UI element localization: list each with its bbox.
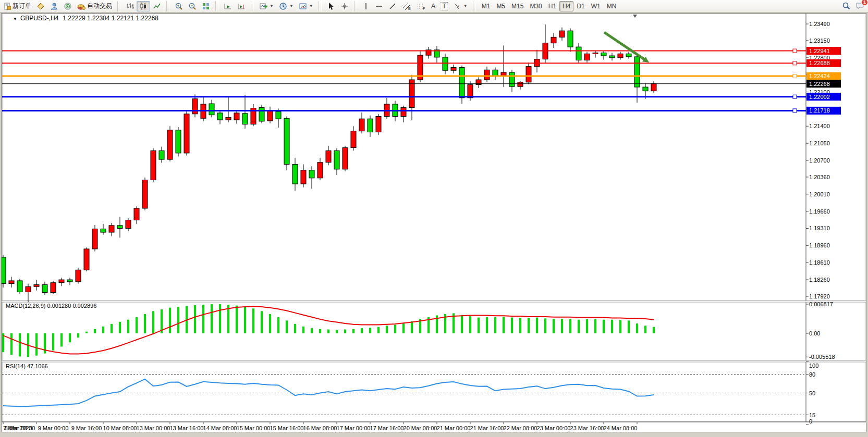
candle-body[interactable]: [618, 54, 623, 58]
candle-body[interactable]: [126, 220, 131, 229]
cursor-button[interactable]: [324, 1, 338, 11]
candle-body[interactable]: [84, 249, 89, 270]
trendline-tool[interactable]: [386, 1, 399, 11]
candle-body[interactable]: [101, 229, 106, 232]
line-chart-type-button[interactable]: [150, 1, 164, 11]
line-handle[interactable]: [793, 74, 797, 78]
candle-body[interactable]: [601, 53, 606, 56]
candle-body[interactable]: [468, 84, 473, 97]
candle-body[interactable]: [92, 229, 97, 248]
candle-body[interactable]: [509, 72, 515, 86]
candle-body[interactable]: [484, 70, 490, 80]
fibonacci-tool[interactable]: F: [414, 1, 429, 11]
templates-dropdown-caret[interactable]: ▼: [309, 4, 313, 8]
vertical-line-tool[interactable]: [360, 1, 372, 11]
candle-body[interactable]: [292, 164, 298, 184]
candle-body[interactable]: [317, 163, 323, 178]
candle-body[interactable]: [626, 54, 631, 57]
candle-body[interactable]: [9, 281, 14, 284]
indicators-button[interactable]: ▼: [256, 1, 276, 11]
candle-body[interactable]: [568, 31, 573, 47]
signals-icon[interactable]: [61, 1, 75, 11]
candle-body[interactable]: [217, 113, 223, 120]
crosshair-button[interactable]: [338, 1, 351, 11]
candle-body[interactable]: [34, 284, 39, 286]
horizontal-line-tool[interactable]: [372, 1, 386, 11]
chart-svg[interactable]: 1.234901.231501.228001.224501.221001.217…: [2, 14, 866, 432]
candlestick-chart-type-button[interactable]: [137, 1, 150, 11]
candle-body[interactable]: [551, 37, 556, 43]
candle-body[interactable]: [451, 68, 456, 71]
candle-body[interactable]: [643, 87, 648, 91]
candle-body[interactable]: [401, 108, 406, 117]
timeframe-m1-button[interactable]: M1: [479, 1, 494, 11]
candle-body[interactable]: [151, 151, 156, 180]
candle-body[interactable]: [634, 57, 640, 87]
equidistant-channel-tool[interactable]: E: [399, 1, 414, 11]
candle-body[interactable]: [267, 110, 273, 121]
notifications-icon[interactable]: 1: [855, 2, 865, 11]
candle-body[interactable]: [59, 280, 64, 283]
candle-body[interactable]: [651, 84, 656, 91]
candle-body[interactable]: [159, 151, 164, 159]
candle-body[interactable]: [134, 208, 139, 220]
candle-body[interactable]: [343, 148, 348, 169]
candle-body[interactable]: [284, 118, 289, 164]
candle-body[interactable]: [334, 151, 339, 169]
candle-body[interactable]: [109, 226, 114, 232]
candle-body[interactable]: [368, 119, 373, 132]
periods-button[interactable]: ▼: [276, 1, 296, 11]
candle-body[interactable]: [584, 54, 590, 60]
candle-body[interactable]: [51, 283, 56, 293]
timeframe-h1-button[interactable]: H1: [545, 1, 559, 11]
templates-button[interactable]: ▼: [296, 1, 316, 11]
bar-chart-type-button[interactable]: [123, 1, 137, 11]
candle-body[interactable]: [242, 114, 248, 124]
candle-body[interactable]: [167, 130, 173, 159]
candle-body[interactable]: [526, 67, 531, 82]
candle-body[interactable]: [459, 68, 464, 98]
candle-body[interactable]: [176, 130, 181, 153]
zoom-out-button[interactable]: [186, 1, 199, 11]
candle-body[interactable]: [42, 284, 47, 292]
candle-body[interactable]: [359, 119, 364, 131]
text-label-tool[interactable]: T: [438, 1, 450, 11]
candle-body[interactable]: [259, 108, 264, 121]
line-handle[interactable]: [793, 49, 797, 53]
chart-collapse-icon[interactable]: ▼: [13, 17, 17, 21]
market-watch-icon[interactable]: [47, 1, 61, 11]
candle-body[interactable]: [226, 117, 231, 120]
candle-body[interactable]: [609, 56, 615, 58]
candle-body[interactable]: [326, 151, 331, 163]
candle-body[interactable]: [443, 57, 448, 70]
candle-body[interactable]: [117, 226, 123, 229]
line-handle[interactable]: [793, 95, 797, 98]
autotrading-button[interactable]: 自动交易: [75, 1, 115, 11]
candle-body[interactable]: [576, 47, 581, 60]
timeframe-w1-button[interactable]: W1: [588, 1, 604, 11]
arrows-dropdown-caret[interactable]: ▼: [463, 4, 468, 8]
charts-window-icon[interactable]: [34, 1, 47, 11]
text-tool[interactable]: A: [429, 1, 438, 11]
candle-body[interactable]: [192, 99, 198, 114]
timeframe-mn-button[interactable]: MN: [604, 1, 620, 11]
candle-body[interactable]: [309, 170, 314, 178]
candle-body[interactable]: [276, 111, 281, 119]
candle-body[interactable]: [184, 114, 189, 153]
candle-body[interactable]: [559, 31, 565, 37]
zoom-in-button[interactable]: [172, 1, 186, 11]
candle-body[interactable]: [301, 170, 306, 184]
candle-body[interactable]: [518, 82, 523, 86]
candle-body[interactable]: [142, 180, 148, 208]
line-handle[interactable]: [793, 61, 797, 65]
tile-windows-button[interactable]: [199, 1, 213, 11]
candle-body[interactable]: [234, 113, 239, 120]
arrows-tool[interactable]: ▼: [450, 1, 470, 11]
line-handle[interactable]: [793, 109, 797, 113]
candle-body[interactable]: [376, 116, 381, 132]
search-icon[interactable]: [842, 2, 850, 11]
timeframe-d1-button[interactable]: D1: [573, 1, 588, 11]
chart-shift-button[interactable]: [235, 1, 248, 11]
auto-scroll-button[interactable]: [221, 1, 235, 11]
new-order-button[interactable]: 新订单: [1, 1, 34, 11]
